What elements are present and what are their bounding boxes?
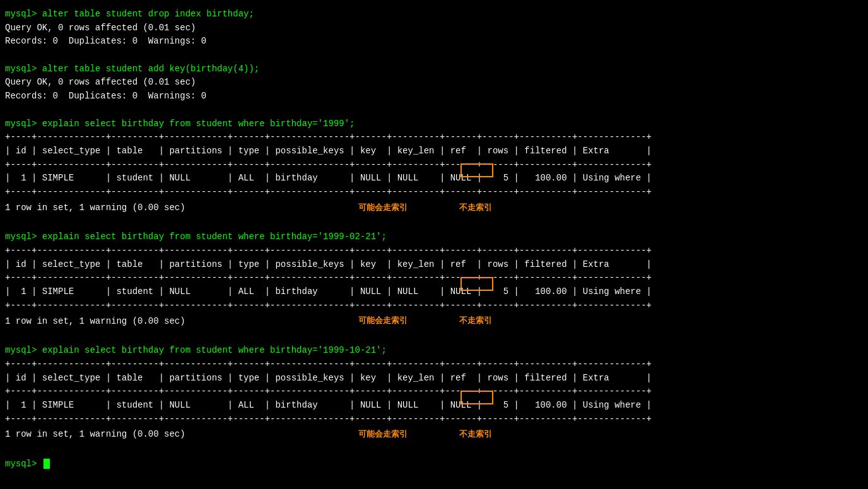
table1-border-bot: +----+-------------+---------+----------… xyxy=(5,186,863,199)
final-prompt[interactable]: mysql> xyxy=(5,459,50,469)
query1-line: mysql> explain select birthday from stud… xyxy=(5,117,863,131)
blank-1 xyxy=(5,49,863,62)
blank-4 xyxy=(5,330,863,344)
output-line-4: Records: 0 Duplicates: 0 Warnings: 0 xyxy=(5,90,863,103)
query2-line: mysql> explain select birthday from stud… xyxy=(5,230,863,244)
cursor-block xyxy=(44,459,50,469)
output-line-1: Query OK, 0 rows affected (0.01 sec) xyxy=(5,21,863,35)
table1-warning: 1 row in set, 1 warning (0.00 sec) xyxy=(5,201,185,215)
table3-warning: 1 row in set, 1 warning (0.00 sec) xyxy=(5,428,185,442)
table1-border-mid: +----+-------------+---------+----------… xyxy=(5,158,863,172)
output-line-2: Records: 0 Duplicates: 0 Warnings: 0 xyxy=(5,35,863,49)
table2-border-top: +----+-------------+---------+----------… xyxy=(5,244,863,258)
table1-row: | 1 | SIMPLE | student | NULL | ALL | bi… xyxy=(5,172,863,186)
table2-border-mid: +----+-------------+---------+----------… xyxy=(5,271,863,285)
table1-annotation2: 不走索引 xyxy=(459,202,492,215)
command-line-1: mysql> alter table student drop index bi… xyxy=(5,8,863,21)
table2-wrapper: +----+-------------+---------+----------… xyxy=(5,244,863,312)
table3-wrapper: +----+-------------+---------+----------… xyxy=(5,358,863,426)
annotation1-row: 1 row in set, 1 warning (0.00 sec) 可能会走索… xyxy=(5,199,863,217)
annotation3-row: 1 row in set, 1 warning (0.00 sec) 可能会走索… xyxy=(5,426,863,444)
table3-annotation1: 可能会走索引 xyxy=(358,428,408,441)
table1-header: | id | select_type | table | partitions … xyxy=(5,144,863,158)
query3-line: mysql> explain select birthday from stud… xyxy=(5,344,863,358)
table3-header: | id | select_type | table | partitions … xyxy=(5,372,863,386)
table1-border-top: +----+-------------+---------+----------… xyxy=(5,131,863,144)
table2-warning: 1 row in set, 1 warning (0.00 sec) xyxy=(5,315,185,329)
table2-annotation1: 可能会走索引 xyxy=(358,315,408,327)
table3-row: | 1 | SIMPLE | student | NULL | ALL | bi… xyxy=(5,399,863,413)
terminal: mysql> alter table student drop index bi… xyxy=(0,5,868,474)
table2-row: | 1 | SIMPLE | student | NULL | ALL | bi… xyxy=(5,285,863,299)
table2-annotation2: 不走索引 xyxy=(459,315,492,327)
command-line-2: mysql> alter table student add key(birth… xyxy=(5,62,863,76)
table1-annotation1: 可能会走索引 xyxy=(358,202,408,215)
blank-2 xyxy=(5,103,863,117)
table3-border-bot: +----+-------------+---------+----------… xyxy=(5,413,863,427)
blank-3 xyxy=(5,217,863,231)
annotation2-row: 1 row in set, 1 warning (0.00 sec) 可能会走索… xyxy=(5,312,863,330)
blank-5 xyxy=(5,444,863,457)
table2-border-bot: +----+-------------+---------+----------… xyxy=(5,299,863,313)
output-line-3: Query OK, 0 rows affected (0.01 sec) xyxy=(5,76,863,90)
table3-border-top: +----+-------------+---------+----------… xyxy=(5,358,863,372)
table3-annotation2: 不走索引 xyxy=(459,428,492,441)
table1-wrapper: +----+-------------+---------+----------… xyxy=(5,131,863,199)
table3-border-mid: +----+-------------+---------+----------… xyxy=(5,385,863,399)
prompt-text: mysql> xyxy=(5,459,42,469)
table2-header: | id | select_type | table | partitions … xyxy=(5,258,863,272)
